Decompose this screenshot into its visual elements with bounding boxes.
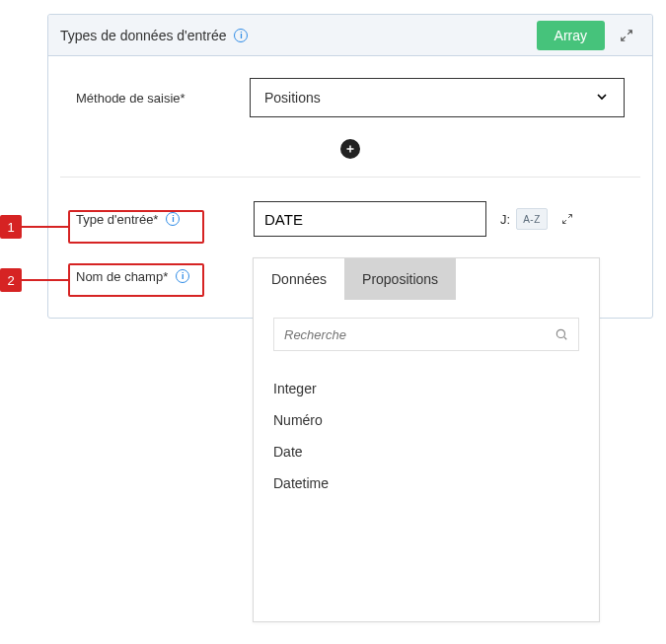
callout-line [22, 226, 68, 228]
array-button[interactable]: Array [537, 21, 605, 50]
callout-2: 2 [0, 263, 204, 297]
options-list: Integer Numéro Date Datetime [254, 361, 599, 511]
callout-box-1 [68, 210, 204, 244]
svg-point-2 [556, 329, 564, 337]
search-box [273, 318, 579, 351]
type-input[interactable] [254, 201, 486, 237]
expand-icon[interactable] [554, 205, 581, 233]
method-label: Méthode de saisie* [76, 91, 250, 106]
option-datetime[interactable]: Datetime [273, 467, 579, 499]
callout-badge-2: 2 [0, 268, 22, 292]
option-integer[interactable]: Integer [273, 373, 579, 404]
option-numero[interactable]: Numéro [273, 404, 579, 436]
j-label: J: [500, 212, 510, 227]
panel-title: Types de données d'entrée [60, 28, 226, 43]
tab-suggestions[interactable]: Propositions [344, 258, 456, 300]
callout-box-2 [68, 263, 204, 297]
method-select[interactable]: Positions [250, 78, 625, 117]
method-select-value: Positions [264, 90, 321, 106]
expand-icon[interactable] [613, 22, 640, 49]
callout-line [22, 279, 68, 281]
callout-1: 1 [0, 210, 204, 244]
callout-badge-1: 1 [0, 215, 22, 239]
add-button[interactable] [340, 139, 360, 159]
svg-line-3 [564, 337, 567, 340]
option-date[interactable]: Date [273, 436, 579, 467]
panel-header: Types de données d'entrée i Array [48, 15, 652, 56]
info-icon[interactable]: i [234, 29, 248, 42]
sort-az-button[interactable]: A-Z [516, 208, 548, 230]
method-label-text: Méthode de saisie* [76, 91, 185, 106]
tab-data[interactable]: Données [254, 258, 344, 300]
add-row [48, 117, 652, 177]
popover-tabs: Données Propositions [254, 258, 599, 300]
chevron-down-icon [594, 89, 610, 107]
method-row: Méthode de saisie* Positions [48, 56, 652, 117]
suggestions-popover: Données Propositions Integer Numéro Date… [253, 257, 600, 622]
search-input[interactable] [284, 327, 555, 342]
search-icon[interactable] [555, 327, 568, 341]
